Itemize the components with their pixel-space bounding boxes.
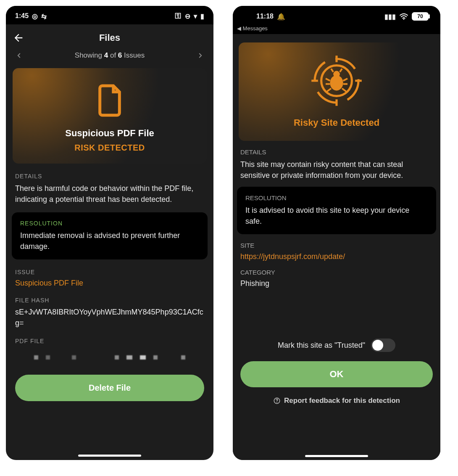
delete-file-button[interactable]: Delete File [15,375,204,401]
svg-line-16 [342,88,346,92]
category-label: CATEGORY [240,269,433,276]
details-section: DETAILS There is harmful code or behavio… [6,173,213,205]
status-time: 1:45 [15,12,29,20]
back-arrow-icon[interactable] [13,32,24,44]
threat-hero-card: Suspicious PDF File RISK DETECTED [13,68,207,164]
page-title: Files [24,32,195,43]
hash-label: FILE HASH [15,297,204,304]
hash-section: FILE HASH sE+JvWTA8IBRItOYoyVphWEJhmMY84… [6,297,213,328]
issue-label: ISSUE [15,269,204,275]
category-section: CATEGORY Phishing [233,269,440,288]
vpn-key-icon: ⚿ [175,12,182,20]
details-text: There is harmful code or behavior within… [15,183,204,205]
status-bar: 1:45 ◎ ⇆ ⚿ ⊖ ▾ ▮ [6,6,213,24]
status-bar: 11:18 🔔 ▮▮▮ 70 [233,6,440,24]
svg-line-9 [331,69,333,72]
file-icon [95,82,124,119]
battery-icon: ▮ [200,12,204,20]
resolution-section: RESOLUTION It is advised to avoid this s… [237,187,436,234]
resolution-text: Immediate removal is advised to prevent … [20,230,199,252]
bug-target-icon [309,53,364,108]
svg-point-0 [403,19,405,20]
risk-status: RISK DETECTED [18,143,202,153]
home-indicator[interactable] [78,455,141,457]
android-files-screen: 1:45 ◎ ⇆ ⚿ ⊖ ▾ ▮ Files Showing 4 of 6 Is… [6,6,213,460]
threat-hero-card: Risky Site Detected [239,42,434,141]
dnd-icon: ⊖ [185,12,190,20]
signal-icon: ▮▮▮ [384,13,396,21]
ios-risky-site-screen: 11:18 🔔 ▮▮▮ 70 ◀ Messages [233,6,440,460]
pdf-file-section: PDF FILE [6,338,213,360]
site-label: SITE [240,242,433,249]
home-indicator[interactable] [305,455,368,457]
mark-trusted-toggle[interactable] [371,338,395,352]
wifi-icon [399,13,408,20]
wifi-alt-icon: ⇆ [40,11,47,20]
details-label: DETAILS [15,173,204,180]
status-time: 11:18 [256,13,274,20]
mask-icon: ◎ [32,12,38,20]
details-label: DETAILS [240,148,433,156]
pdf-file-label: PDF FILE [15,338,204,344]
threat-name: Suspicious PDF File [18,128,202,139]
details-section: DETAILS This site may contain risky cont… [233,148,440,181]
issue-value: Suspicious PDF File [15,279,204,288]
details-text: This site may contain risky content that… [240,159,433,181]
svg-point-18 [276,402,277,403]
resolution-label: RESOLUTION [20,220,199,227]
category-value: Phishing [240,279,433,288]
redacted-filename [15,355,204,360]
mark-trusted-row: Mark this site as "Trusted" [233,338,440,352]
svg-line-12 [343,79,347,81]
next-issue-button[interactable] [197,52,204,59]
resolution-text: It is advised to avoid this site to keep… [245,205,428,227]
resolution-section: RESOLUTION Immediate removal is advised … [12,212,208,259]
svg-line-15 [327,88,331,92]
site-url[interactable]: https://jytdnuspsjrf.com/update/ [240,252,433,261]
issue-section: ISSUE Suspicious PDF File [6,269,213,288]
issues-pager: Showing 4 of 6 Issues [6,50,213,66]
breadcrumb-back[interactable]: ◀ Messages [233,24,440,34]
svg-point-8 [333,71,340,78]
help-icon [273,397,281,405]
screen-header: Files [6,24,213,50]
mark-trusted-label: Mark this site as "Trusted" [278,341,365,350]
svg-line-10 [340,69,342,72]
svg-point-7 [330,75,343,90]
detection-sheet: Risky Site Detected DETAILS This site ma… [233,36,440,460]
silent-icon: 🔔 [277,13,285,21]
wifi-icon: ▾ [194,12,197,20]
site-section: SITE https://jytdnuspsjrf.com/update/ [233,242,440,261]
report-feedback-link[interactable]: Report feedback for this detection [233,397,440,405]
prev-issue-button[interactable] [15,52,23,59]
battery-indicator: 70 [412,12,429,21]
hash-value: sE+JvWTA8IBRItOYoyVphWEJhmMY845Php93C1AC… [15,307,204,328]
issues-count: Showing 4 of 6 Issues [75,51,145,60]
threat-title: Risky Site Detected [244,117,429,128]
report-feedback-label: Report feedback for this detection [284,397,400,405]
resolution-label: RESOLUTION [245,194,428,201]
svg-line-11 [326,79,330,81]
ok-button[interactable]: OK [240,361,433,387]
